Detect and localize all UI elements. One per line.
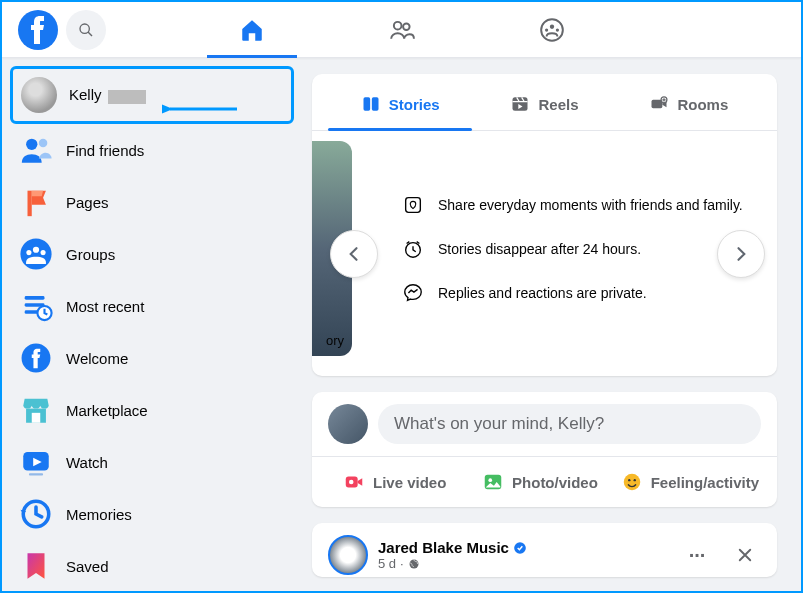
svg-point-38 <box>628 479 630 481</box>
composer-input[interactable]: What's on your mind, Kelly? <box>378 404 761 444</box>
main-feed: Stories Reels Rooms ory <box>302 58 801 591</box>
stories-body: ory Share everyday moments with friends … <box>312 131 777 376</box>
most-recent-icon <box>18 288 54 324</box>
subtab-stories[interactable]: Stories <box>328 78 472 130</box>
svg-point-7 <box>544 28 547 31</box>
marketplace-icon <box>18 392 54 428</box>
stories-subtabs: Stories Reels Rooms <box>312 74 777 131</box>
sidebar-welcome[interactable]: Welcome <box>10 332 294 384</box>
svg-point-3 <box>393 21 401 29</box>
subtab-rooms[interactable]: Rooms <box>617 78 761 130</box>
nav-friends[interactable] <box>357 2 447 58</box>
sidebar-marketplace[interactable]: Marketplace <box>10 384 294 436</box>
card-icon <box>402 194 424 216</box>
svg-point-14 <box>26 250 31 255</box>
info-text: Stories disappear after 24 hours. <box>438 241 641 257</box>
sidebar-item-label: Find friends <box>66 142 144 159</box>
clock-icon <box>402 238 424 260</box>
svg-point-34 <box>349 480 354 485</box>
sidebar-item-label: Marketplace <box>66 402 148 419</box>
welcome-icon <box>18 340 54 376</box>
post-close-button[interactable] <box>729 539 761 571</box>
svg-point-15 <box>41 250 46 255</box>
composer-feeling[interactable]: Feeling/activity <box>613 463 767 501</box>
post-author-name[interactable]: Jared Blake Music <box>378 539 671 556</box>
sidebar-profile[interactable]: Kelly <box>10 66 294 124</box>
verified-badge-icon <box>513 541 527 555</box>
sidebar-find-friends[interactable]: Find friends <box>10 124 294 176</box>
info-text: Share everyday moments with friends and … <box>438 197 743 213</box>
post-timestamp: 5 d · <box>378 556 671 571</box>
feed-post: Jared Blake Music 5 d · ··· <box>312 523 777 577</box>
composer-card: What's on your mind, Kelly? Live video P… <box>312 392 777 507</box>
search-button[interactable] <box>66 10 106 50</box>
photo-icon <box>482 471 504 493</box>
svg-point-36 <box>488 478 492 482</box>
sidebar-watch[interactable]: Watch <box>10 436 294 488</box>
watch-icon <box>18 444 54 480</box>
sidebar-pages[interactable]: Pages <box>10 176 294 228</box>
composer-avatar[interactable] <box>328 404 368 444</box>
composer-photo-video[interactable]: Photo/video <box>467 463 612 501</box>
svg-point-1 <box>80 24 89 33</box>
chevron-left-icon <box>344 244 364 264</box>
facebook-logo[interactable] <box>18 10 58 50</box>
profile-name-label: Kelly <box>69 86 146 103</box>
stories-card: Stories Reels Rooms ory <box>312 74 777 376</box>
find-friends-icon <box>18 132 54 168</box>
svg-point-13 <box>33 247 39 253</box>
sidebar-item-label: Memories <box>66 506 132 523</box>
svg-rect-11 <box>28 191 32 217</box>
chevron-right-icon <box>731 244 751 264</box>
sidebar-item-label: Saved <box>66 558 109 575</box>
info-text: Replies and reactions are private. <box>438 285 647 301</box>
messenger-icon <box>402 282 424 304</box>
nav-groups[interactable] <box>507 2 597 58</box>
sidebar-saved[interactable]: Saved <box>10 540 294 591</box>
live-video-icon <box>343 471 365 493</box>
home-icon <box>239 17 265 43</box>
svg-rect-26 <box>363 97 370 110</box>
top-header <box>2 2 801 58</box>
reels-icon <box>510 94 530 114</box>
subtab-reels[interactable]: Reels <box>472 78 616 130</box>
groups-sidebar-icon <box>18 236 54 272</box>
svg-rect-22 <box>32 413 41 423</box>
svg-rect-27 <box>372 97 379 110</box>
saved-icon <box>18 548 54 584</box>
svg-point-12 <box>20 238 51 269</box>
rooms-icon <box>649 94 669 114</box>
nav-home[interactable] <box>207 2 297 58</box>
friends-icon <box>389 17 415 43</box>
svg-point-39 <box>633 479 635 481</box>
svg-point-8 <box>555 28 558 31</box>
close-icon <box>736 546 754 564</box>
svg-point-5 <box>541 19 563 41</box>
groups-icon <box>539 17 565 43</box>
svg-point-10 <box>39 139 48 148</box>
svg-rect-28 <box>513 97 528 110</box>
post-more-button[interactable]: ··· <box>681 539 713 571</box>
svg-rect-31 <box>406 197 421 212</box>
stories-next-button[interactable] <box>717 230 765 278</box>
profile-avatar-icon <box>21 77 57 113</box>
svg-rect-16 <box>25 296 45 300</box>
post-author-avatar[interactable] <box>328 535 368 575</box>
svg-rect-24 <box>29 473 43 475</box>
public-icon <box>408 558 420 570</box>
sidebar-memories[interactable]: Memories <box>10 488 294 540</box>
search-icon <box>78 22 94 38</box>
svg-point-9 <box>26 139 37 150</box>
svg-point-4 <box>403 23 410 30</box>
composer-live-video[interactable]: Live video <box>322 463 467 501</box>
sidebar-groups[interactable]: Groups <box>10 228 294 280</box>
redacted-surname <box>108 90 146 104</box>
stories-info: Share everyday moments with friends and … <box>352 173 761 325</box>
sidebar-item-label: Groups <box>66 246 115 263</box>
svg-point-37 <box>623 474 640 491</box>
sidebar-most-recent[interactable]: Most recent <box>10 280 294 332</box>
svg-point-6 <box>549 24 553 28</box>
stories-prev-button[interactable] <box>330 230 378 278</box>
stories-icon <box>361 94 381 114</box>
sidebar-item-label: Watch <box>66 454 108 471</box>
